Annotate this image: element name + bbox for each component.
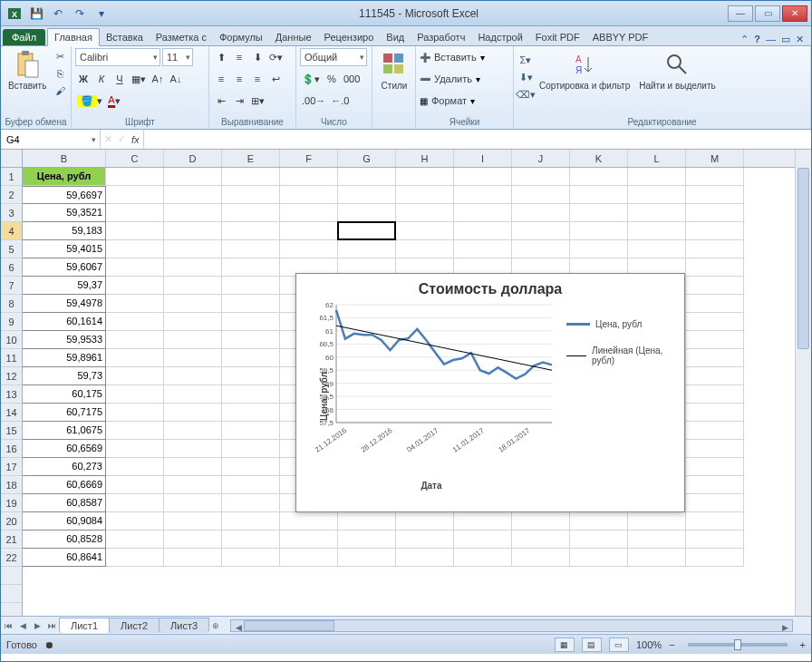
align-left-icon[interactable]: ≡ <box>213 70 229 88</box>
cell[interactable] <box>686 549 744 567</box>
cell[interactable] <box>686 168 744 186</box>
column-header[interactable]: C <box>106 150 164 167</box>
macro-record-icon[interactable]: ⏺ <box>44 639 54 650</box>
cell[interactable] <box>396 549 454 567</box>
zoom-in-icon[interactable]: + <box>800 639 806 650</box>
increase-font-icon[interactable]: A↑ <box>150 70 166 88</box>
save-icon[interactable]: 💾 <box>26 5 46 23</box>
cell[interactable] <box>338 549 396 567</box>
cell[interactable] <box>222 240 280 258</box>
select-all-corner[interactable] <box>1 150 23 168</box>
autosum-icon[interactable]: Σ▾ <box>517 52 534 68</box>
horizontal-scrollbar[interactable]: ◀ ▶ <box>230 619 793 632</box>
cell[interactable] <box>164 186 222 204</box>
cell[interactable]: 59,8961 <box>23 349 106 367</box>
row-header[interactable]: 2 <box>1 186 22 204</box>
cell[interactable] <box>396 186 454 204</box>
cell[interactable] <box>164 531 222 549</box>
cell[interactable] <box>686 313 744 331</box>
font-size-combo[interactable]: 11 <box>162 48 193 66</box>
column-header[interactable]: G <box>338 150 396 167</box>
cell[interactable] <box>338 204 396 222</box>
enter-formula-icon[interactable]: ✓ <box>118 133 126 145</box>
zoom-out-icon[interactable]: − <box>669 639 674 650</box>
cell[interactable] <box>570 549 628 567</box>
cell[interactable] <box>396 204 454 222</box>
cell[interactable] <box>164 258 222 277</box>
cell[interactable] <box>686 385 744 404</box>
cell[interactable] <box>164 349 222 367</box>
tab-insert[interactable]: Вставка <box>100 29 150 45</box>
cell[interactable] <box>628 240 686 258</box>
cell[interactable] <box>222 168 280 186</box>
cell[interactable] <box>338 222 396 240</box>
cell[interactable] <box>338 240 396 258</box>
cell[interactable] <box>164 277 222 295</box>
cell[interactable] <box>512 204 570 222</box>
clear-icon[interactable]: ⌫▾ <box>517 86 534 102</box>
cell[interactable] <box>628 512 686 531</box>
cell[interactable]: 60,8587 <box>23 494 106 512</box>
cell[interactable] <box>686 422 744 440</box>
tab-review[interactable]: Рецензиро <box>318 29 381 45</box>
cell[interactable] <box>396 222 454 240</box>
cell[interactable] <box>280 168 338 186</box>
cell[interactable] <box>222 349 280 367</box>
cell[interactable] <box>454 512 512 531</box>
cell[interactable] <box>628 549 686 567</box>
find-select-button[interactable]: Найти и выделить <box>635 48 719 92</box>
cell[interactable] <box>686 404 744 422</box>
doc-restore-icon[interactable]: ▭ <box>781 34 790 45</box>
cell[interactable]: 60,8641 <box>23 549 106 567</box>
tab-abbyy[interactable]: ABBYY PDF <box>586 29 655 45</box>
cell[interactable]: 60,273 <box>23 458 106 476</box>
column-header[interactable]: L <box>628 150 686 167</box>
cell[interactable] <box>570 186 628 204</box>
cell[interactable] <box>164 458 222 476</box>
cell[interactable] <box>106 549 164 567</box>
cell[interactable] <box>454 549 512 567</box>
wrap-text-icon[interactable]: ↩ <box>267 70 284 88</box>
row-header[interactable]: 17 <box>1 458 22 476</box>
insert-cells-button[interactable]: Вставить <box>432 48 478 66</box>
merge-button[interactable]: ⊞▾ <box>249 92 266 110</box>
page-layout-view-icon[interactable]: ▤ <box>582 638 602 652</box>
cell[interactable] <box>280 531 338 549</box>
cell[interactable] <box>222 367 280 385</box>
redo-icon[interactable]: ↷ <box>70 5 90 23</box>
qat-more-icon[interactable]: ▾ <box>92 5 111 23</box>
column-header[interactable]: I <box>454 150 512 167</box>
tab-view[interactable]: Вид <box>380 29 411 45</box>
cell[interactable] <box>512 512 570 531</box>
cell[interactable] <box>686 512 744 531</box>
sheet-tab[interactable]: Лист3 <box>159 618 209 633</box>
font-name-combo[interactable]: Calibri <box>75 48 160 66</box>
doc-close-icon[interactable]: ✕ <box>796 34 804 45</box>
cell[interactable] <box>164 240 222 258</box>
cell[interactable] <box>222 404 280 422</box>
sort-filter-button[interactable]: AЯ Сортировка и фильтр <box>536 48 633 92</box>
row-header[interactable]: 21 <box>1 531 22 549</box>
cell[interactable]: 60,6569 <box>23 440 106 458</box>
cell[interactable] <box>222 277 280 295</box>
cell[interactable]: 59,37 <box>23 277 106 295</box>
cell[interactable]: 59,4978 <box>23 295 106 313</box>
cell[interactable]: 59,6067 <box>23 258 106 277</box>
currency-icon[interactable]: 💲▾ <box>300 70 322 88</box>
cell[interactable] <box>106 222 164 240</box>
cell[interactable] <box>164 549 222 567</box>
cell[interactable] <box>280 186 338 204</box>
cell[interactable] <box>164 367 222 385</box>
cell[interactable] <box>106 204 164 222</box>
decrease-font-icon[interactable]: A↓ <box>168 70 184 88</box>
row-header[interactable]: 20 <box>1 512 22 531</box>
italic-button[interactable]: К <box>93 70 110 88</box>
cell[interactable] <box>222 258 280 277</box>
cell[interactable]: 59,183 <box>23 222 106 240</box>
cell[interactable] <box>686 204 744 222</box>
cell[interactable] <box>628 222 686 240</box>
cell[interactable] <box>686 494 744 512</box>
cell[interactable] <box>512 168 570 186</box>
tab-addins[interactable]: Надстрой <box>471 29 528 45</box>
cell[interactable] <box>222 331 280 349</box>
